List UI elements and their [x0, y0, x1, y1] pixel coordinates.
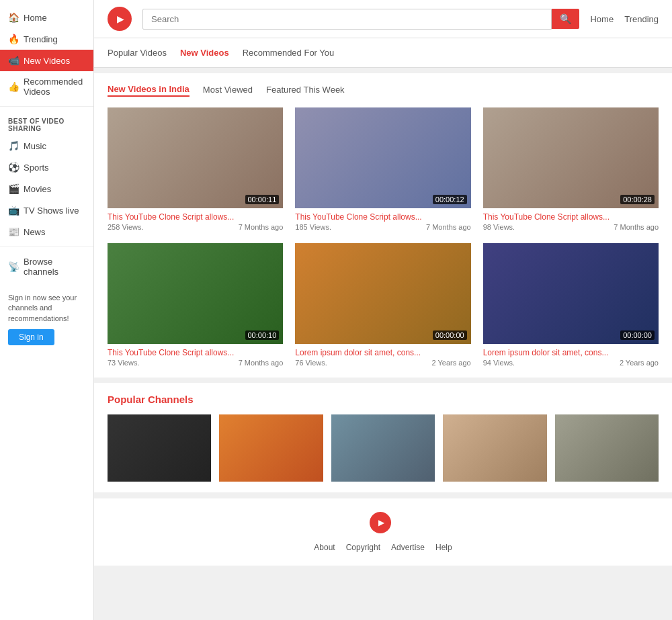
video-time: 2 Years ago [620, 359, 659, 367]
sidebar-browse-label: Browse channels [24, 257, 85, 277]
video-thumbnail: 00:00:10 [108, 243, 283, 344]
video-card[interactable]: 00:00:00 Lorem ipsum dolor sit amet, con… [295, 243, 470, 367]
footer-logo-icon [370, 512, 391, 533]
new-videos-icon: 📹 [8, 55, 19, 66]
video-meta: 94 Views. 2 Years ago [483, 359, 659, 367]
sidebar-item-label: TV Shows live [24, 206, 79, 216]
video-time: 7 Months ago [614, 223, 659, 231]
video-thumbnail: 00:00:00 [483, 243, 659, 344]
content-area: New Videos in India Most Viewed Featured… [94, 73, 672, 566]
channel-thumbnail [331, 414, 435, 482]
recommended-icon: 👍 [8, 81, 19, 92]
logo-area [108, 7, 132, 31]
tab-featured-this-week[interactable]: Featured This Week [266, 85, 345, 96]
sidebar-item-label: Recommended Videos [24, 77, 85, 97]
channel-thumbnail [443, 414, 546, 482]
video-thumbnail: 00:00:00 [295, 243, 470, 344]
video-title: This YouTube Clone Script allows... [108, 212, 283, 222]
top-nav-trending[interactable]: Trending [624, 14, 659, 24]
video-duration: 00:00:00 [433, 330, 467, 340]
channel-card[interactable] [219, 414, 323, 482]
browse-channels-icon: 📡 [8, 261, 19, 272]
video-thumbnail: 00:00:28 [483, 107, 659, 208]
search-button[interactable]: 🔍 [552, 9, 579, 29]
channel-card[interactable] [331, 414, 435, 482]
channel-card[interactable] [555, 414, 659, 482]
video-meta: 76 Views. 2 Years ago [295, 359, 470, 367]
tab-new-videos-india[interactable]: New Videos in India [108, 84, 190, 97]
video-views: 94 Views. [483, 359, 515, 367]
video-tab-row: New Videos in India Most Viewed Featured… [108, 84, 659, 97]
video-time: 7 Months ago [426, 223, 471, 231]
sidebar-item-browse-channels[interactable]: 📡 Browse channels [0, 251, 93, 282]
trending-icon: 🔥 [8, 34, 19, 44]
footer-section: AboutCopyrightAdvertiseHelp [94, 498, 672, 566]
tab-new-videos[interactable]: New Videos [180, 48, 229, 58]
sidebar-item-trending[interactable]: 🔥 Trending [0, 28, 93, 50]
video-card[interactable]: 00:00:10 This YouTube Clone Script allow… [108, 243, 283, 367]
main-content: 🔍 Home Trending Popular Videos New Video… [94, 0, 672, 620]
sidebar-item-news[interactable]: 📰 News [0, 221, 93, 242]
video-meta: 73 Views. 7 Months ago [108, 359, 283, 367]
sidebar-item-tv-shows[interactable]: 📺 TV Shows live [0, 200, 93, 221]
video-views: 185 Views. [295, 223, 331, 231]
sidebar-item-label: Music [24, 141, 46, 151]
footer-link-copyright[interactable]: Copyright [346, 543, 380, 552]
video-title: This YouTube Clone Script allows... [295, 212, 470, 222]
sidebar-item-home[interactable]: 🏠 Home [0, 7, 93, 28]
sign-in-block: Sign in now see your channels and recomm… [0, 282, 93, 356]
video-card[interactable]: 00:00:28 This YouTube Clone Script allow… [483, 107, 659, 231]
sidebar: 🏠 Home 🔥 Trending 📹 New Videos 👍 Recomme… [0, 0, 94, 620]
sports-icon: ⚽ [8, 162, 19, 173]
video-duration: 00:00:10 [245, 330, 280, 340]
tab-popular-videos[interactable]: Popular Videos [108, 48, 167, 58]
movies-icon: 🎬 [8, 183, 19, 194]
sidebar-item-recommended[interactable]: 👍 Recommended Videos [0, 71, 93, 102]
sign-in-button[interactable]: Sign in [8, 329, 54, 345]
tv-shows-icon: 📺 [8, 205, 19, 216]
search-input[interactable] [142, 9, 552, 30]
sidebar-item-label: Home [24, 13, 47, 23]
footer-link-help[interactable]: Help [435, 543, 452, 552]
footer-logo [108, 512, 659, 533]
channel-grid [108, 414, 659, 482]
logo-icon [108, 7, 132, 31]
sidebar-item-label: Movies [24, 184, 51, 194]
video-duration: 00:00:28 [620, 195, 655, 204]
channel-thumbnail [219, 414, 323, 482]
channel-card[interactable] [108, 414, 211, 482]
channel-card[interactable] [443, 414, 546, 482]
video-thumbnail: 00:00:12 [295, 107, 470, 208]
tab-recommended[interactable]: Recommended For You [243, 48, 335, 58]
top-nav: 🔍 Home Trending [94, 0, 672, 38]
video-views: 76 Views. [295, 359, 327, 367]
sidebar-item-movies[interactable]: 🎬 Movies [0, 178, 93, 200]
new-videos-section: New Videos in India Most Viewed Featured… [94, 73, 672, 378]
home-icon: 🏠 [8, 12, 19, 23]
sidebar-item-new-videos[interactable]: 📹 New Videos [0, 50, 93, 71]
music-icon: 🎵 [8, 140, 19, 151]
footer-link-about[interactable]: About [314, 543, 335, 552]
video-meta: 185 Views. 7 Months ago [295, 223, 470, 231]
footer-link-advertise[interactable]: Advertise [391, 543, 425, 552]
channel-thumbnail [108, 414, 211, 482]
sidebar-item-label: New Videos [24, 56, 70, 66]
video-grid: 00:00:11 This YouTube Clone Script allow… [108, 107, 659, 367]
popular-channels-title: Popular Channels [108, 394, 659, 405]
video-title: This YouTube Clone Script allows... [108, 348, 283, 357]
sidebar-item-sports[interactable]: ⚽ Sports [0, 157, 93, 178]
video-card[interactable]: 00:00:00 Lorem ipsum dolor sit amet, con… [483, 243, 659, 367]
video-duration: 00:00:00 [620, 330, 655, 340]
top-nav-links: Home Trending [590, 14, 659, 24]
video-card[interactable]: 00:00:12 This YouTube Clone Script allow… [295, 107, 470, 231]
video-time: 2 Years ago [432, 359, 471, 367]
video-card[interactable]: 00:00:11 This YouTube Clone Script allow… [108, 107, 283, 231]
top-nav-home[interactable]: Home [590, 14, 614, 24]
tab-most-viewed[interactable]: Most Viewed [203, 85, 253, 96]
sidebar-section-title: BEST OF VIDEO SHARING [0, 111, 93, 135]
sidebar-item-music[interactable]: 🎵 Music [0, 135, 93, 157]
channel-thumbnail [555, 414, 659, 482]
sidebar-item-label: News [24, 227, 46, 237]
page-wrapper: 🏠 Home 🔥 Trending 📹 New Videos 👍 Recomme… [0, 0, 672, 620]
sidebar-item-label: Sports [24, 163, 49, 173]
